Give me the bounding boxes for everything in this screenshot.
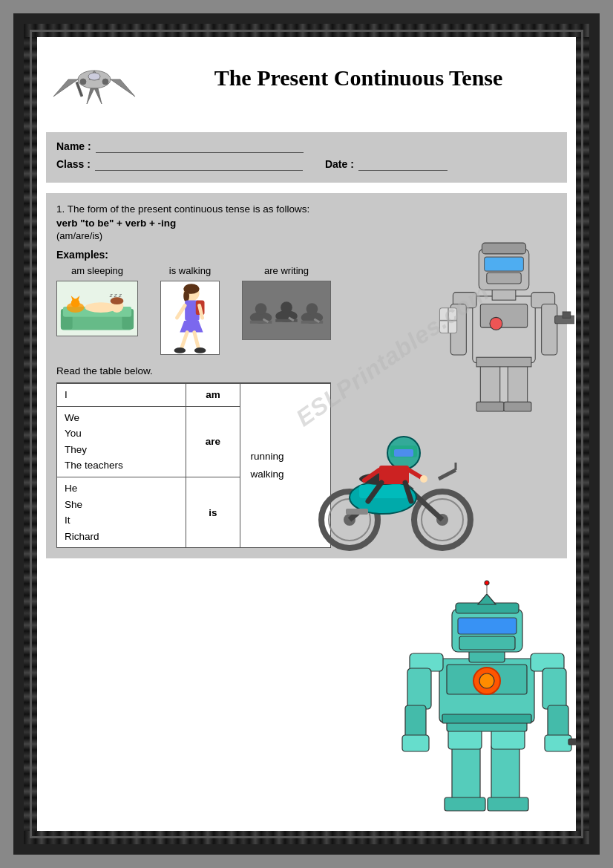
svg-rect-79: [359, 485, 407, 498]
svg-marker-1: [53, 79, 78, 97]
svg-line-53: [194, 332, 199, 348]
border-outer: The Present Continuous Tense Name : Clas…: [13, 13, 600, 855]
svg-point-8: [80, 79, 86, 85]
svg-point-46: [183, 290, 189, 301]
svg-rect-93: [452, 744, 480, 803]
large-robot-standing-icon: [381, 544, 589, 841]
svg-rect-104: [442, 714, 531, 723]
table-row-i: I am runningwalking: [57, 383, 331, 406]
svg-rect-28: [482, 243, 525, 254]
svg-text:z z z: z z z: [109, 292, 122, 298]
page-title: The Present Continuous Tense: [150, 65, 567, 91]
svg-rect-117: [459, 636, 515, 650]
svg-point-58: [255, 303, 267, 315]
svg-rect-94: [491, 744, 519, 803]
svg-rect-111: [402, 735, 429, 751]
verb-is: is: [186, 477, 240, 547]
read-table-label: Read the table below.: [56, 365, 557, 376]
svg-point-16: [490, 317, 502, 330]
svg-point-90: [420, 475, 427, 483]
example-walking-caption: is walking: [169, 265, 211, 276]
sleeping-image: z z z: [56, 281, 138, 336]
motorcycle-robot-icon: [294, 405, 502, 553]
name-label: Name :: [56, 140, 91, 152]
svg-rect-116: [458, 618, 517, 634]
svg-rect-26: [485, 257, 524, 271]
svg-rect-83: [346, 509, 368, 515]
date-group: Date :: [325, 157, 448, 171]
svg-line-49: [177, 305, 185, 318]
example-writing-caption: are writing: [264, 265, 309, 276]
subject-singular: HeSheItRichard: [57, 477, 186, 547]
class-label: Class :: [56, 158, 91, 170]
name-row: Name :: [56, 140, 557, 153]
svg-rect-21: [542, 304, 557, 355]
svg-point-6: [88, 73, 100, 80]
svg-point-40: [71, 298, 80, 307]
svg-rect-27: [487, 273, 521, 284]
ornament-left: [24, 37, 37, 831]
svg-point-121: [485, 581, 489, 585]
svg-marker-42: [76, 296, 80, 300]
svg-rect-96: [488, 797, 528, 811]
walking-image: [160, 281, 220, 355]
ornament-right: [576, 37, 589, 831]
svg-marker-5: [94, 88, 102, 104]
svg-marker-4: [87, 88, 94, 104]
header: The Present Continuous Tense: [46, 37, 567, 119]
svg-marker-41: [71, 296, 76, 300]
name-input-line[interactable]: [96, 140, 304, 153]
example-sleeping: am sleeping: [56, 265, 138, 336]
example-sleeping-caption: am sleeping: [71, 265, 123, 276]
svg-marker-2: [111, 79, 135, 97]
subject-plural: WeYouTheyThe teachers: [57, 406, 186, 477]
svg-rect-108: [542, 668, 566, 709]
date-label: Date :: [325, 158, 354, 170]
svg-rect-112: [545, 735, 571, 751]
table-and-robot: I am runningwalking WeYouTheyThe teacher…: [56, 382, 557, 548]
jet-robot-icon: [46, 41, 142, 115]
svg-point-62: [306, 303, 318, 315]
table-section: Read the table below. I am runningwalkin…: [56, 365, 557, 548]
svg-rect-15: [480, 304, 527, 327]
svg-point-60: [281, 301, 292, 313]
grammar-table: I am runningwalking WeYouTheyThe teacher…: [56, 382, 331, 548]
writing-image: [242, 281, 331, 340]
example-writing: are writing: [242, 265, 331, 340]
page: The Present Continuous Tense Name : Clas…: [0, 0, 613, 868]
page-content: The Present Continuous Tense Name : Clas…: [24, 24, 589, 841]
class-input-line[interactable]: [95, 157, 303, 171]
svg-rect-86: [394, 449, 413, 457]
svg-rect-95: [445, 797, 485, 811]
subject-i: I: [57, 383, 186, 406]
svg-line-81: [439, 470, 456, 479]
svg-rect-23: [563, 312, 571, 318]
verb-are: are: [186, 406, 240, 477]
example-walking: is walking: [160, 265, 220, 355]
ornament-top: [24, 24, 589, 37]
svg-marker-51: [180, 320, 203, 332]
svg-point-103: [479, 673, 494, 688]
svg-marker-119: [478, 594, 496, 604]
verb-am: am: [186, 383, 240, 406]
ornament-bottom: [24, 831, 589, 844]
class-date-row: Class : Date :: [56, 157, 557, 171]
svg-line-52: [181, 332, 187, 348]
svg-point-9: [102, 79, 108, 85]
svg-rect-109: [405, 705, 426, 739]
svg-point-55: [194, 347, 206, 353]
main-content: 1. The form of the present continuous te…: [46, 193, 567, 558]
date-input-line[interactable]: [358, 157, 448, 171]
svg-rect-110: [548, 705, 568, 739]
svg-point-54: [174, 347, 186, 353]
svg-rect-107: [407, 668, 431, 709]
